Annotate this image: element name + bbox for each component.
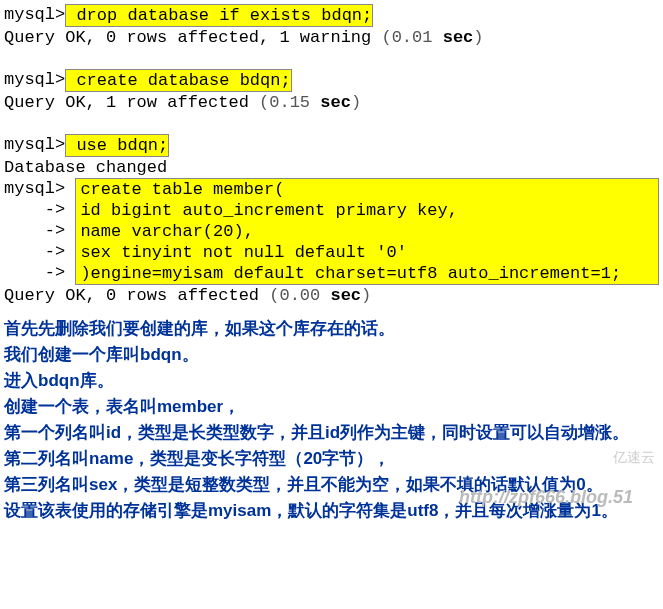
mysql-prompt: mysql>	[4, 135, 65, 154]
db-changed-msg: Database changed	[4, 157, 659, 178]
sql-cmd-create-table: create table member( id bigint auto_incr…	[75, 178, 659, 285]
create-table-line2: id bigint auto_increment primary key,	[80, 200, 654, 221]
create-table-line1: create table member(	[80, 179, 654, 200]
explain-line: 第二列名叫name，类型是变长字符型（20字节），	[4, 446, 659, 472]
sql-cmd-use-db: use bdqn;	[65, 134, 169, 157]
terminal-line: mysql> use bdqn;	[4, 134, 659, 157]
create-table-line3: name varchar(20),	[80, 221, 654, 242]
query-result: Query OK, 1 row affected (0.15 sec)	[4, 92, 659, 113]
explain-line: 创建一个表，表名叫member，	[4, 394, 659, 420]
create-table-line4: sex tinyint not null default '0'	[80, 242, 654, 263]
prompt-column: mysql> -> -> -> ->	[4, 178, 75, 283]
terminal-line: mysql> drop database if exists bdqn;	[4, 4, 659, 27]
explain-line: 设置该表使用的存储引擎是myisam，默认的字符集是utf8，并且每次增涨量为1…	[4, 498, 659, 524]
mysql-prompt: mysql>	[4, 70, 65, 89]
create-table-block: mysql> -> -> -> -> create table member( …	[4, 178, 659, 285]
explain-line: 进入bdqn库。	[4, 368, 659, 394]
query-result: Query OK, 0 rows affected, 1 warning (0.…	[4, 27, 659, 48]
create-table-line5: )engine=myisam default charset=utf8 auto…	[80, 263, 654, 284]
explain-line: 我们创建一个库叫bdqn。	[4, 342, 659, 368]
sql-cmd-create-db: create database bdqn;	[65, 69, 291, 92]
query-result: Query OK, 0 rows affected (0.00 sec)	[4, 285, 659, 306]
explanation-block: 首先先删除我们要创建的库，如果这个库存在的话。 我们创建一个库叫bdqn。 进入…	[4, 316, 659, 524]
explain-line: 第一个列名叫id，类型是长类型数字，并且id列作为主键，同时设置可以自动增涨。	[4, 420, 659, 446]
sql-cmd-drop-db: drop database if exists bdqn;	[65, 4, 373, 27]
explain-line: 第三列名叫sex，类型是短整数类型，并且不能为空，如果不填的话默认值为0。	[4, 472, 659, 498]
mysql-prompt: mysql>	[4, 5, 65, 24]
explain-line: 首先先删除我们要创建的库，如果这个库存在的话。	[4, 316, 659, 342]
blank-line	[4, 113, 659, 134]
terminal-line: mysql> create database bdqn;	[4, 69, 659, 92]
blank-line	[4, 48, 659, 69]
